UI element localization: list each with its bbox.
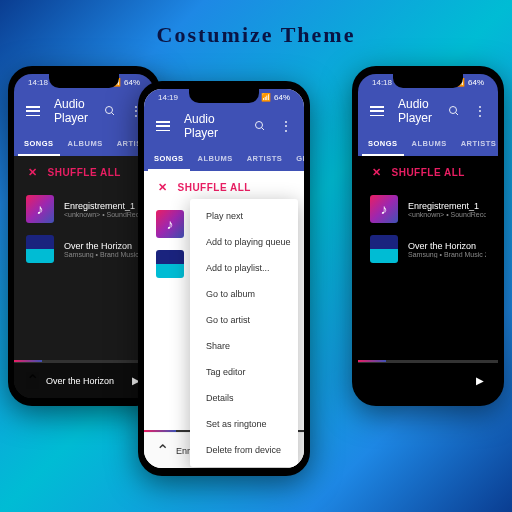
svg-line-3 (456, 113, 459, 116)
app-bar: Audio Player ⋮ (144, 104, 304, 148)
tab-songs[interactable]: SONGS (362, 133, 404, 156)
phone-black-right: 14:18📶 64% Audio Player ⋮ SONGS ALBUMS A… (352, 66, 504, 406)
now-playing-bar[interactable]: ⌃▶ (358, 362, 498, 398)
svg-point-4 (256, 122, 263, 129)
tabs: SONGS ALBUMS ARTISTS GENRES (358, 133, 498, 156)
menu-play-next[interactable]: Play next (190, 203, 298, 229)
phone-mockups: 14:18📶 64% Audio Player ⋮ SONGS ALBUMS A… (0, 66, 512, 496)
tab-songs[interactable]: SONGS (148, 148, 190, 171)
tab-albums[interactable]: ALBUMS (192, 148, 239, 171)
app-title: Audio Player (398, 97, 434, 125)
tabs: SONGS ALBUMS ARTISTS GENRES (14, 133, 154, 156)
album-art (26, 235, 54, 263)
search-icon[interactable] (448, 105, 460, 117)
menu-ringtone[interactable]: Set as ringtone (190, 411, 298, 437)
menu-add-queue[interactable]: Add to playing queue (190, 229, 298, 255)
tabs: SONGS ALBUMS ARTISTS GENRES (144, 148, 304, 171)
more-icon[interactable]: ⋮ (280, 119, 292, 133)
hamburger-icon[interactable] (26, 106, 40, 116)
album-art: ♪ (370, 195, 398, 223)
hamburger-icon[interactable] (370, 106, 384, 116)
tab-genres[interactable]: GENRES (290, 148, 304, 171)
progress-bar[interactable] (14, 360, 154, 362)
tab-albums[interactable]: ALBUMS (62, 133, 109, 156)
svg-line-1 (112, 113, 115, 116)
menu-share[interactable]: Share (190, 333, 298, 359)
search-icon[interactable] (104, 105, 116, 117)
svg-line-5 (262, 128, 265, 131)
tab-songs[interactable]: SONGS (18, 133, 60, 156)
album-art (156, 250, 184, 278)
album-art (370, 235, 398, 263)
context-menu: Play next Add to playing queue Add to pl… (190, 199, 298, 467)
menu-go-artist[interactable]: Go to artist (190, 307, 298, 333)
menu-tag-editor[interactable]: Tag editor (190, 359, 298, 385)
svg-point-0 (106, 107, 113, 114)
search-icon[interactable] (254, 120, 266, 132)
menu-delete[interactable]: Delete from device (190, 437, 298, 463)
album-art: ♪ (26, 195, 54, 223)
shuffle-icon: ✕ (372, 166, 382, 179)
tab-artists[interactable]: ARTISTS (241, 148, 289, 171)
more-icon[interactable]: ⋮ (474, 104, 486, 118)
menu-add-playlist[interactable]: Add to playlist... (190, 255, 298, 281)
page-title: Costumize Theme (0, 0, 512, 66)
album-art: ♪ (156, 210, 184, 238)
app-bar: Audio Player ⋮ (14, 89, 154, 133)
now-playing-bar[interactable]: ⌃Over the Horizon▶ (14, 362, 154, 398)
app-title: Audio Player (184, 112, 240, 140)
track-row[interactable]: Over the HorizonSamsung • Brand Music 20… (358, 229, 498, 269)
phone-light-center: 14:19📶 64% Audio Player ⋮ SONGS ALBUMS A… (138, 81, 310, 476)
track-row[interactable]: ♪Enregistrement_1<unknown> • SoundRecord… (358, 189, 498, 229)
chevron-up-icon: ⌃ (156, 441, 166, 460)
chevron-up-icon: ⌃ (370, 371, 380, 390)
tab-artists[interactable]: ARTISTS (455, 133, 498, 156)
play-icon[interactable]: ▶ (476, 375, 486, 386)
app-bar: Audio Player ⋮ (358, 89, 498, 133)
shuffle-icon: ✕ (28, 166, 38, 179)
shuffle-all[interactable]: ✕SHUFFLE ALL (14, 156, 154, 189)
svg-point-2 (450, 107, 457, 114)
track-row[interactable]: Over the HorizonSamsung • Brand Music 20… (14, 229, 154, 269)
tab-albums[interactable]: ALBUMS (406, 133, 453, 156)
shuffle-icon: ✕ (158, 181, 168, 194)
app-title: Audio Player (54, 97, 90, 125)
hamburger-icon[interactable] (156, 121, 170, 131)
menu-details[interactable]: Details (190, 385, 298, 411)
progress-bar[interactable] (358, 360, 498, 362)
chevron-up-icon: ⌃ (26, 371, 36, 390)
track-row[interactable]: ♪Enregistrement_1<unknown> • SoundRecord… (14, 189, 154, 229)
menu-go-album[interactable]: Go to album (190, 281, 298, 307)
shuffle-all[interactable]: ✕SHUFFLE ALL (358, 156, 498, 189)
